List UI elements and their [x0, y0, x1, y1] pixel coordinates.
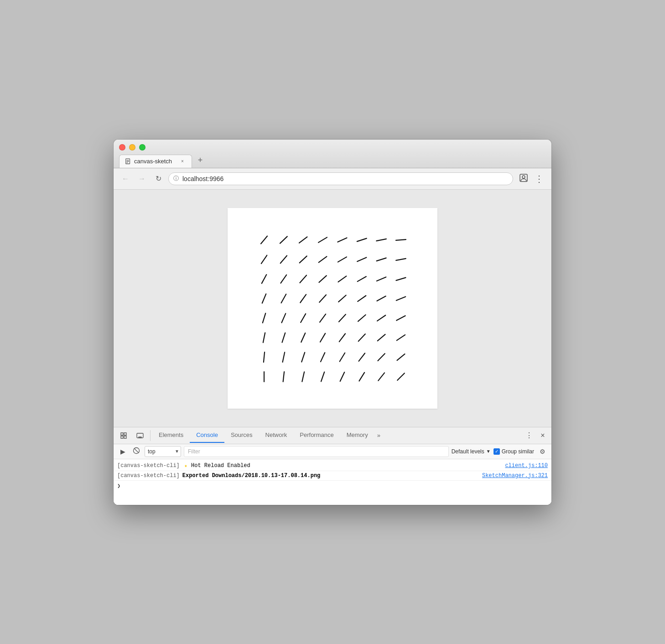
console-output: [canvas-sketch-cli] ✦ Hot Reload Enabled…	[114, 459, 551, 505]
devtools-tab-bar: Elements Console Sources Network Perform…	[114, 427, 551, 444]
group-similar-toggle[interactable]: ✓ Group similar	[494, 448, 534, 455]
console-text-1: Hot Reload Enabled	[191, 462, 250, 469]
menu-icon: ⋮	[535, 174, 544, 183]
profile-button[interactable]	[517, 172, 530, 186]
menu-button[interactable]: ⋮	[532, 172, 546, 186]
console-star-1: ✦	[184, 462, 187, 469]
canvas-area	[228, 208, 437, 409]
forward-icon: →	[138, 175, 145, 183]
refresh-icon: ↻	[156, 174, 161, 183]
console-prefix-1: [canvas-sketch-cli]	[117, 462, 180, 469]
svg-point-5	[522, 176, 525, 178]
device-toggle-button[interactable]	[132, 427, 148, 444]
console-row-1: [canvas-sketch-cli] ✦ Hot Reload Enabled…	[114, 461, 551, 471]
devtools-menu-icon: ⋮	[525, 431, 533, 440]
page-icon	[125, 158, 131, 165]
traffic-lights	[119, 144, 546, 151]
inspector-icon	[120, 432, 127, 439]
tab-network[interactable]: Network	[259, 428, 294, 443]
browser-window: canvas-sketch × + ← → ↻ ⓘ localhost:9966	[114, 140, 551, 505]
settings-gear-icon: ⚙	[540, 448, 546, 455]
page-content	[114, 190, 551, 427]
console-row-2: [canvas-sketch-cli] Exported Downloads/2…	[114, 471, 551, 481]
devtools-close-icon: ×	[540, 431, 545, 440]
tab-label: canvas-sketch	[134, 158, 172, 165]
console-text-2: Exported Downloads/2018.10.13-17.08.14.p…	[182, 473, 320, 479]
svg-rect-7	[139, 437, 141, 438]
default-levels-label: Default levels	[452, 448, 484, 455]
console-input-row: ❯	[114, 481, 551, 491]
block-icon	[133, 447, 140, 456]
tab-performance[interactable]: Performance	[293, 428, 340, 443]
maximize-button[interactable]	[139, 144, 145, 151]
info-icon: ⓘ	[173, 175, 179, 182]
console-prefix-2: [canvas-sketch-cli]	[117, 473, 180, 479]
context-select[interactable]: top	[145, 446, 181, 457]
profile-icon	[519, 173, 528, 184]
title-bar: canvas-sketch × +	[114, 140, 551, 168]
device-icon	[136, 432, 144, 439]
block-button[interactable]	[131, 446, 142, 457]
console-settings-button[interactable]: ⚙	[537, 446, 548, 457]
address-bar[interactable]: ⓘ localhost:9966	[168, 172, 513, 185]
console-toolbar: ▶ top ▼ Default levels ▼	[114, 444, 551, 459]
tab-memory[interactable]: Memory	[340, 428, 374, 443]
minimize-button[interactable]	[129, 144, 135, 151]
context-select-wrapper: top ▼	[145, 446, 181, 457]
execute-icon: ▶	[120, 448, 125, 455]
svg-line-9	[134, 448, 139, 453]
sketch-canvas	[241, 222, 424, 395]
console-prompt-icon: ❯	[117, 483, 120, 489]
tab-console[interactable]: Console	[190, 428, 224, 443]
browser-tab[interactable]: canvas-sketch ×	[119, 155, 192, 168]
levels-arrow-icon: ▼	[486, 449, 491, 454]
tab-sources[interactable]: Sources	[224, 428, 259, 443]
back-icon: ←	[122, 175, 129, 183]
tabs-row: canvas-sketch × +	[119, 154, 546, 168]
new-tab-button[interactable]: +	[194, 154, 207, 167]
devtools-menu-button[interactable]: ⋮	[522, 429, 536, 442]
tab-elements[interactable]: Elements	[152, 428, 190, 443]
more-tabs-button[interactable]: »	[374, 428, 383, 442]
back-button[interactable]: ←	[119, 172, 132, 185]
close-button[interactable]	[119, 144, 125, 151]
nav-right-icons: ⋮	[517, 172, 546, 186]
tab-close-button[interactable]: ×	[179, 158, 186, 165]
filter-input[interactable]	[184, 446, 449, 457]
default-levels-selector[interactable]: Default levels ▼	[452, 448, 491, 455]
execute-button[interactable]: ▶	[117, 446, 128, 457]
url-text: localhost:9966	[182, 175, 223, 182]
console-link-1[interactable]: client.js:110	[505, 462, 548, 469]
console-link-2[interactable]: SketchManager.js:321	[482, 473, 548, 479]
devtools-close-button[interactable]: ×	[536, 429, 550, 442]
inspector-toggle-button[interactable]	[115, 427, 132, 444]
tab-separator	[150, 430, 151, 441]
nav-bar: ← → ↻ ⓘ localhost:9966 ⋮	[114, 168, 551, 190]
group-similar-label: Group similar	[502, 448, 534, 455]
forward-button[interactable]: →	[135, 172, 148, 185]
refresh-button[interactable]: ↻	[152, 172, 165, 185]
devtools-panel: Elements Console Sources Network Perform…	[114, 427, 551, 505]
group-similar-checkbox[interactable]: ✓	[494, 448, 500, 455]
